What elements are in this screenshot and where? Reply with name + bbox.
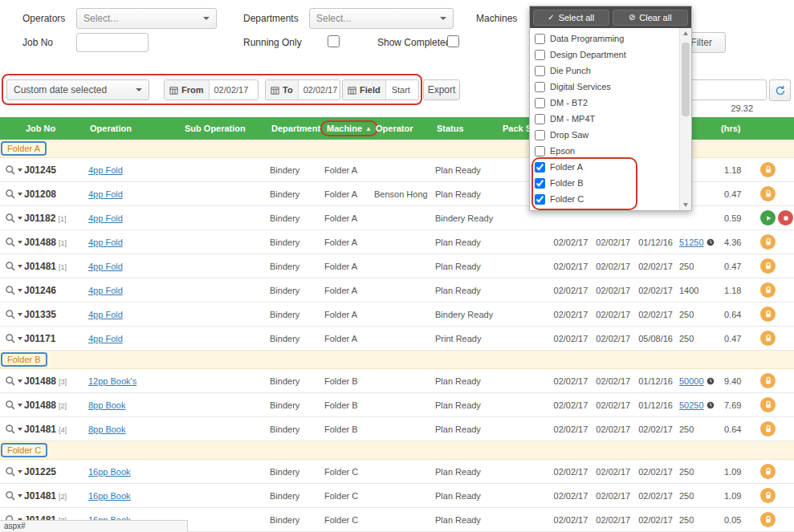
calendar-icon <box>271 86 279 95</box>
machine-checkbox[interactable] <box>535 98 545 108</box>
operation-link[interactable]: 8pp Book <box>88 424 125 434</box>
column-header-operator[interactable]: Operator <box>374 124 435 133</box>
machine-option[interactable]: Design Department <box>535 47 679 63</box>
row-search-button[interactable] <box>0 333 24 344</box>
refresh-button[interactable] <box>769 79 791 101</box>
column-header-job-no[interactable]: Job No <box>24 124 88 133</box>
machine-checkbox[interactable] <box>535 130 545 140</box>
row-search-button[interactable] <box>0 237 24 248</box>
to-date-picker[interactable]: To 02/02/17 <box>265 79 340 100</box>
column-header-machine[interactable]: Machine ▲ <box>324 120 374 136</box>
lock-button[interactable] <box>760 464 776 479</box>
operation-link[interactable]: 4pp Fold <box>88 238 123 247</box>
operation-link[interactable]: 4pp Fold <box>88 165 123 175</box>
scrollbar-thumb[interactable] <box>682 43 690 116</box>
qty-link[interactable]: 51250 <box>679 238 704 247</box>
machine-option[interactable]: Drop Saw <box>535 127 679 143</box>
operation-link[interactable]: 16pp Book <box>88 491 131 501</box>
field-select-group[interactable]: Field Start <box>342 79 419 100</box>
machine-checkbox[interactable] <box>535 82 545 92</box>
machines-scrollbar[interactable] <box>679 28 691 210</box>
machine-option[interactable]: Data Programming <box>535 30 679 47</box>
operation-link[interactable]: 4pp Fold <box>88 213 123 223</box>
machine-option[interactable]: DM - BT2 <box>535 95 679 111</box>
lock-button[interactable] <box>760 373 776 388</box>
lock-button[interactable] <box>760 162 776 177</box>
row-search-button[interactable] <box>0 424 24 435</box>
column-header-hrs[interactable]: (hrs) <box>719 124 756 133</box>
column-header-operation[interactable]: Operation <box>88 124 183 133</box>
lock-button[interactable] <box>760 397 776 412</box>
scroll-up-icon[interactable] <box>683 31 688 35</box>
row-search-button[interactable] <box>0 285 24 296</box>
scroll-down-icon[interactable] <box>683 203 688 207</box>
row-search-button[interactable] <box>0 213 24 224</box>
lock-button[interactable] <box>760 488 776 503</box>
row-search-button[interactable] <box>0 376 24 387</box>
machine-option[interactable]: Folder C <box>535 191 679 207</box>
machine-option[interactable]: Epson <box>535 143 679 159</box>
clock-icon <box>706 238 715 246</box>
lock-button[interactable] <box>760 186 776 201</box>
lock-icon <box>764 334 772 343</box>
machine-option-label: DM - MP4T <box>550 114 595 124</box>
machine-option[interactable]: Folder B <box>535 175 679 191</box>
column-header-sub-operation[interactable]: Sub Operation <box>183 124 270 133</box>
qty-link[interactable]: 50000 <box>679 376 704 386</box>
running-only-checkbox[interactable] <box>328 35 340 47</box>
field-select[interactable]: Start <box>386 80 419 99</box>
show-completed-checkbox[interactable] <box>447 35 459 47</box>
column-header-department[interactable]: Department <box>270 124 324 133</box>
machine-option[interactable]: DM - MP4T <box>535 111 679 127</box>
operation-link[interactable]: 4pp Fold <box>88 189 123 199</box>
machine-option[interactable]: Folder A <box>535 159 679 175</box>
lock-button[interactable] <box>760 282 776 298</box>
date-range-select[interactable]: Custom date selected <box>6 79 149 100</box>
lock-button[interactable] <box>760 421 776 437</box>
operation-link[interactable]: 16pp Book <box>88 467 131 477</box>
qty-link[interactable]: 50250 <box>679 400 704 410</box>
operation-link[interactable]: 4pp Fold <box>88 310 123 319</box>
machine-checkbox[interactable] <box>535 114 545 124</box>
row-search-button[interactable] <box>0 400 24 411</box>
row-search-button[interactable] <box>0 309 24 320</box>
operation-link[interactable]: 12pp Book's <box>88 376 136 386</box>
from-date-picker[interactable]: From 02/02/17 <box>164 79 259 100</box>
stop-button[interactable] <box>778 210 793 225</box>
job-no-input[interactable] <box>76 33 149 52</box>
job-row: J01481[2]16pp BookBinderyFolder CPlan Re… <box>0 484 794 508</box>
row-search-button[interactable] <box>0 490 24 502</box>
machine-checkbox[interactable] <box>535 146 545 156</box>
machine-option[interactable]: Die Punch <box>535 63 679 79</box>
export-button[interactable]: Export <box>423 79 460 100</box>
lock-button[interactable] <box>760 258 776 274</box>
play-button[interactable] <box>760 210 776 225</box>
machine-checkbox[interactable] <box>535 178 545 189</box>
lock-button[interactable] <box>760 331 776 346</box>
lock-button[interactable] <box>760 512 776 527</box>
operation-link[interactable]: 8pp Book <box>88 400 125 410</box>
machine-checkbox[interactable] <box>535 50 545 60</box>
machine-checkbox[interactable] <box>535 194 545 205</box>
machine-checkbox[interactable] <box>535 34 545 44</box>
machine-option[interactable]: Digital Services <box>535 79 679 95</box>
select-all-button[interactable]: ✓ Select all <box>533 10 609 26</box>
departments-select[interactable]: Select... <box>309 8 454 29</box>
operators-select[interactable]: Select... <box>76 8 217 29</box>
from-date-value[interactable]: 02/02/17 <box>210 80 254 99</box>
machine-checkbox[interactable] <box>535 162 545 173</box>
row-search-button[interactable] <box>0 164 24 176</box>
operation-cell: 4pp Fold <box>88 213 183 223</box>
lock-button[interactable] <box>760 234 776 250</box>
row-search-button[interactable] <box>0 261 24 272</box>
machine-checkbox[interactable] <box>535 66 545 76</box>
to-date-value[interactable]: 02/02/17 <box>299 80 340 99</box>
row-search-button[interactable] <box>0 466 24 477</box>
row-search-button[interactable] <box>0 189 24 200</box>
operation-link[interactable]: 4pp Fold <box>88 262 123 271</box>
lock-button[interactable] <box>760 307 776 322</box>
clear-all-button[interactable]: ⊘ Clear all <box>613 10 689 26</box>
operation-link[interactable]: 4pp Fold <box>88 286 123 295</box>
column-header-status[interactable]: Status <box>435 124 501 133</box>
operation-link[interactable]: 4pp Fold <box>88 334 123 343</box>
